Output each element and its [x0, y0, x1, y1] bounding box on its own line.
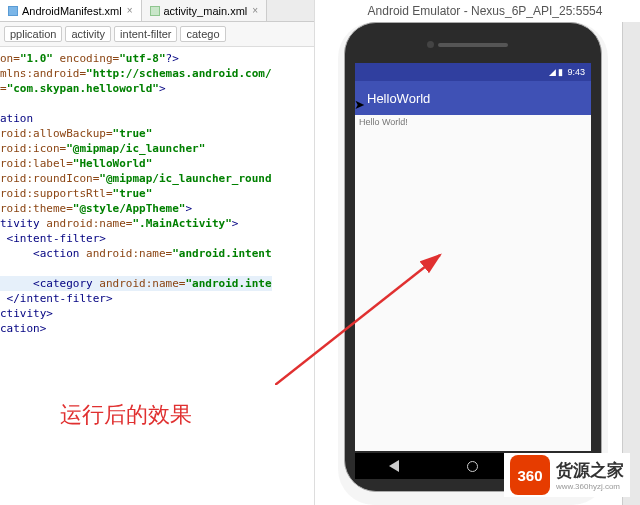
mouse-cursor-icon: ➤ — [354, 97, 365, 112]
home-icon[interactable] — [467, 461, 478, 472]
app-title: HelloWorld — [367, 91, 430, 106]
breadcrumb-item[interactable]: catego — [180, 26, 225, 42]
watermark: 360 货源之家 www.360hyzj.com — [504, 453, 630, 497]
watermark-badge: 360 — [510, 455, 550, 495]
close-icon[interactable]: × — [127, 5, 133, 16]
camera-dot — [427, 41, 434, 48]
tab-manifest[interactable]: AndroidManifest.xml × — [0, 0, 142, 21]
breadcrumb: pplication activity intent-filter catego — [0, 22, 314, 47]
app-bar: HelloWorld — [355, 81, 591, 115]
layout-file-icon — [150, 6, 160, 16]
signal-icon: ◢ ▮ — [549, 67, 564, 77]
xml-file-icon — [8, 6, 18, 16]
watermark-url: www.360hyzj.com — [556, 482, 624, 491]
breadcrumb-item[interactable]: activity — [65, 26, 111, 42]
hello-text: Hello World! — [359, 117, 408, 127]
status-time: 9:43 — [567, 67, 585, 77]
emulator-device: ◢ ▮ 9:43 HelloWorld Hello World! — [344, 22, 602, 492]
app-content: Hello World! — [355, 115, 591, 129]
side-panel — [622, 22, 640, 505]
speaker-grille — [438, 43, 508, 47]
device-screen[interactable]: ◢ ▮ 9:43 HelloWorld Hello World! — [355, 63, 591, 451]
tab-activity-main[interactable]: activity_main.xml × — [142, 0, 268, 21]
back-icon[interactable] — [389, 460, 399, 472]
code-area[interactable]: on="1.0" encoding="utf-8"?> mlns:android… — [0, 47, 314, 336]
emulator-window-title: Android Emulator - Nexus_6P_API_25:5554 — [345, 4, 625, 18]
tab-label: AndroidManifest.xml — [22, 5, 122, 17]
status-bar: ◢ ▮ 9:43 — [355, 63, 591, 81]
watermark-text: 货源之家 — [556, 459, 624, 482]
annotation-text: 运行后的效果 — [60, 400, 192, 430]
breadcrumb-item[interactable]: pplication — [4, 26, 62, 42]
close-icon[interactable]: × — [252, 5, 258, 16]
tab-label: activity_main.xml — [164, 5, 248, 17]
editor-tabs: AndroidManifest.xml × activity_main.xml … — [0, 0, 314, 22]
breadcrumb-item[interactable]: intent-filter — [114, 26, 177, 42]
